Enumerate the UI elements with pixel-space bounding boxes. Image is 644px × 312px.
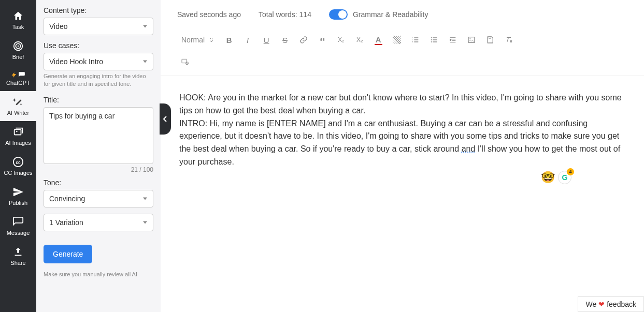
italic-button[interactable]: I bbox=[240, 32, 255, 48]
nav-label-publish: Publish bbox=[9, 200, 27, 206]
nav-label-ccimages: CC Images bbox=[4, 170, 32, 176]
svg-point-10 bbox=[431, 37, 432, 38]
svg-point-12 bbox=[431, 41, 432, 42]
editor-header: Saved seconds ago Total words: 114 Gramm… bbox=[161, 0, 644, 29]
svg-point-11 bbox=[431, 39, 432, 40]
svg-point-4 bbox=[16, 131, 18, 132]
quote-icon bbox=[319, 36, 326, 43]
send-icon bbox=[12, 186, 24, 198]
svg-point-14 bbox=[469, 38, 470, 39]
indent-button[interactable] bbox=[445, 32, 461, 48]
title-char-count: 21 / 100 bbox=[44, 166, 153, 173]
add-block-icon bbox=[181, 57, 189, 66]
editor-area: Saved seconds ago Total words: 114 Gramm… bbox=[161, 0, 644, 312]
cc-icon: cc bbox=[12, 156, 24, 168]
variation-select[interactable]: 1 Variation bbox=[44, 214, 153, 231]
nav-label-message: Message bbox=[7, 230, 30, 236]
nav-label-chatgpt: ChatGPT bbox=[6, 80, 30, 86]
tone-label: Tone: bbox=[44, 179, 153, 187]
home-icon bbox=[12, 10, 24, 22]
add-block-button[interactable] bbox=[177, 54, 193, 69]
clear-format-icon bbox=[505, 36, 513, 44]
word-count: Total words: 114 bbox=[259, 10, 311, 19]
nav-sidebar: Task Brief ChatGPT AI Writer AI Images c… bbox=[0, 0, 36, 312]
grammar-toggle-label: Grammar & Readability bbox=[353, 10, 428, 19]
settings-panel: Content type: Video Use cases: Video Hoo… bbox=[36, 0, 161, 312]
link-button[interactable] bbox=[296, 32, 311, 48]
grammarly-badge[interactable]: G bbox=[558, 171, 571, 184]
tone-select[interactable]: Convincing bbox=[44, 190, 153, 207]
indent-icon bbox=[449, 36, 457, 44]
nav-item-chatgpt[interactable]: ChatGPT bbox=[0, 65, 36, 91]
nav-item-publish[interactable]: Publish bbox=[0, 181, 36, 211]
nav-item-task[interactable]: Task bbox=[0, 5, 36, 35]
grammar-toggle[interactable] bbox=[329, 9, 348, 20]
nav-label-brief: Brief bbox=[12, 54, 24, 60]
review-note: Make sure you manually review all AI bbox=[44, 271, 153, 278]
unordered-list-button[interactable] bbox=[426, 32, 442, 48]
use-cases-select[interactable]: Video Hook Intro bbox=[44, 53, 153, 70]
nerd-emoji-icon[interactable]: 🤓 bbox=[541, 171, 555, 184]
highlight-button[interactable] bbox=[389, 32, 405, 48]
use-cases-helper: Generate an engaging intro for the video… bbox=[44, 72, 153, 88]
content-type-label: Content type: bbox=[44, 6, 153, 14]
nav-item-share[interactable]: Share bbox=[0, 241, 36, 271]
highlight-icon bbox=[393, 36, 401, 44]
ordered-list-button[interactable]: 123 bbox=[408, 32, 423, 48]
target-icon bbox=[12, 40, 24, 52]
collapse-panel-button[interactable] bbox=[160, 103, 171, 135]
wand-icon bbox=[12, 96, 24, 108]
strikethrough-button[interactable]: S bbox=[277, 32, 293, 48]
svg-rect-13 bbox=[468, 37, 475, 43]
nav-item-message[interactable]: Message bbox=[0, 211, 36, 241]
heart-icon: ❤ bbox=[598, 300, 605, 308]
nav-label-aiwriter: AI Writer bbox=[7, 110, 30, 116]
chatgpt-icon bbox=[11, 70, 25, 80]
nav-item-ccimages[interactable]: cc CC Images bbox=[0, 151, 36, 181]
image-icon bbox=[467, 36, 476, 44]
link-icon bbox=[299, 36, 308, 44]
feedback-button[interactable]: We ❤ feedback bbox=[578, 296, 644, 312]
nav-item-brief[interactable]: Brief bbox=[0, 35, 36, 65]
svg-text:3: 3 bbox=[412, 40, 413, 43]
saved-status: Saved seconds ago bbox=[177, 10, 241, 19]
underline-button[interactable]: U bbox=[259, 32, 274, 48]
paragraph-style-select[interactable]: Normal bbox=[177, 36, 218, 44]
subscript-button[interactable]: X2 bbox=[333, 32, 349, 48]
svg-point-2 bbox=[18, 46, 19, 47]
message-icon bbox=[12, 216, 24, 228]
ul-icon bbox=[430, 36, 438, 44]
clear-format-button[interactable] bbox=[501, 32, 517, 48]
floating-badges: 🤓 G bbox=[541, 171, 571, 184]
nav-item-aiimages[interactable]: AI Images bbox=[0, 121, 36, 151]
superscript-button[interactable]: X2 bbox=[352, 32, 367, 48]
nav-label-task: Task bbox=[12, 24, 24, 30]
share-icon bbox=[12, 246, 24, 258]
image-stack-icon bbox=[12, 126, 24, 138]
title-input[interactable] bbox=[44, 107, 153, 164]
use-cases-label: Use cases: bbox=[44, 41, 153, 50]
ol-icon: 123 bbox=[411, 36, 420, 44]
generate-button[interactable]: Generate bbox=[44, 245, 92, 263]
image-button[interactable] bbox=[464, 32, 479, 48]
chevron-left-icon bbox=[163, 115, 168, 123]
bold-button[interactable]: B bbox=[221, 32, 237, 48]
svg-text:cc: cc bbox=[16, 160, 21, 165]
nav-label-aiimages: AI Images bbox=[5, 140, 31, 146]
intro-paragraph: INTRO: Hi, my name is [ENTER NAME] and I… bbox=[179, 117, 625, 169]
text-color-button[interactable]: A bbox=[370, 32, 386, 48]
save-button[interactable] bbox=[482, 32, 498, 48]
nav-item-aiwriter[interactable]: AI Writer bbox=[0, 91, 36, 121]
quote-button[interactable] bbox=[314, 32, 330, 48]
nav-label-share: Share bbox=[10, 260, 25, 266]
hook-paragraph: HOOK: Are you in the market for a new ca… bbox=[179, 92, 625, 117]
content-type-select[interactable]: Video bbox=[44, 18, 153, 35]
svg-rect-3 bbox=[15, 129, 21, 135]
chevron-updown-icon bbox=[209, 37, 214, 42]
save-icon bbox=[486, 36, 494, 44]
title-label: Title: bbox=[44, 96, 153, 104]
editor-toolbar: Normal B I U S X2 X2 A 123 bbox=[161, 29, 644, 76]
